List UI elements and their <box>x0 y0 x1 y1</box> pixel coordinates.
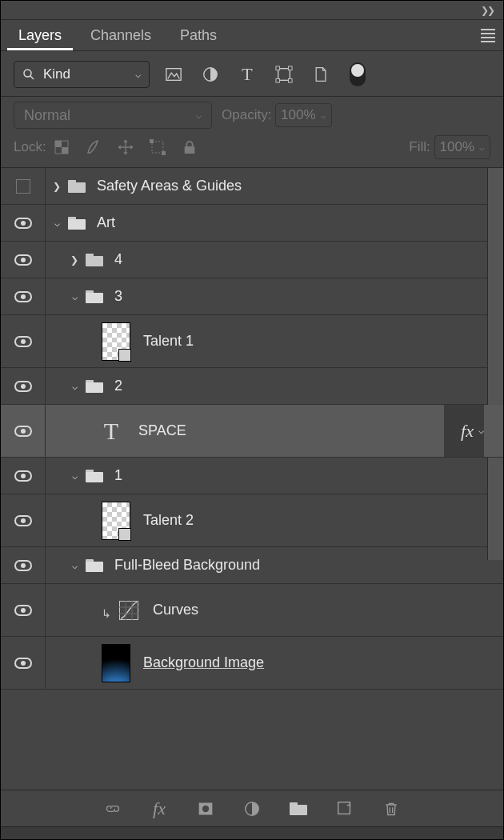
layer-talent-1[interactable]: Talent 1 <box>1 315 503 368</box>
chevron-right-icon[interactable]: ❯ <box>70 254 78 266</box>
visibility-icon[interactable] <box>14 658 32 669</box>
lock-paint-icon[interactable] <box>85 138 102 156</box>
lock-position-icon[interactable] <box>117 138 134 156</box>
tab-paths[interactable]: Paths <box>166 20 231 50</box>
lock-transparency-icon[interactable] <box>53 138 70 156</box>
visibility-icon[interactable] <box>14 218 32 229</box>
chevron-down-icon: ⌵ <box>135 69 141 80</box>
layer-curves[interactable]: ↳ Curves <box>1 584 503 637</box>
visibility-icon[interactable] <box>14 291 32 302</box>
fill-field[interactable]: 100% ⌵ <box>434 135 490 159</box>
clipping-mask-icon: ↳ <box>102 607 111 620</box>
visibility-icon[interactable] <box>14 381 32 392</box>
svg-rect-13 <box>150 139 154 143</box>
layer-talent-2[interactable]: Talent 2 <box>1 494 503 547</box>
resize-handle[interactable] <box>1 826 503 839</box>
folder-open-icon <box>86 380 103 393</box>
filter-shape-icon[interactable] <box>274 65 294 84</box>
layers-bottom-toolbar: fx <box>1 790 503 826</box>
layer-safety-guides[interactable]: ❯ Safety Areas & Guides <box>1 168 503 205</box>
chevron-right-icon[interactable]: ❯ <box>53 181 61 192</box>
folder-open-icon <box>86 470 103 482</box>
layer-label: SPACE <box>138 422 186 439</box>
tab-channels[interactable]: Channels <box>76 20 166 50</box>
folder-open-icon <box>86 290 103 303</box>
svg-rect-15 <box>184 146 194 154</box>
layer-thumbnail[interactable] <box>102 644 130 682</box>
smartobject-badge-icon <box>118 349 131 362</box>
chevron-down-icon: ⌵ <box>196 110 202 121</box>
filter-adjustment-icon[interactable] <box>201 65 220 84</box>
visibility-icon[interactable] <box>14 254 32 266</box>
panel-menu-icon[interactable] <box>473 20 503 50</box>
scrollbar[interactable] <box>487 168 503 560</box>
visibility-icon[interactable] <box>14 560 32 571</box>
filter-pixel-icon[interactable] <box>164 65 183 84</box>
svg-rect-12 <box>152 142 163 153</box>
curves-adjustment-icon <box>119 601 138 620</box>
blend-mode-value: Normal <box>24 107 70 124</box>
fill-label: Fill: <box>409 139 430 155</box>
layer-space-text[interactable]: T SPACE fx ⌵ <box>1 405 503 458</box>
adjustment-layer-icon[interactable] <box>242 799 262 818</box>
filter-smartobject-icon[interactable] <box>311 65 330 84</box>
layer-mask-icon[interactable] <box>196 799 215 818</box>
chevron-down-icon[interactable]: ⌵ <box>72 381 78 392</box>
link-layers-icon[interactable] <box>103 799 122 818</box>
layers-stack: ❯ Safety Areas & Guides ⌵ Art ❯ 4 ⌵ 3 Ta… <box>1 168 503 690</box>
layer-filter-bar: Kind ⌵ T <box>1 51 503 96</box>
layer-group-1[interactable]: ⌵ 1 <box>1 458 503 494</box>
layer-thumbnail[interactable] <box>102 502 130 540</box>
chevron-down-icon: ⌵ <box>321 110 326 121</box>
filter-kind-select[interactable]: Kind ⌵ <box>14 61 150 88</box>
new-layer-icon[interactable] <box>335 799 354 818</box>
fill-value: 100% <box>440 139 474 155</box>
visibility-icon[interactable] <box>14 426 32 437</box>
chevron-down-icon[interactable]: ⌵ <box>54 218 60 229</box>
layer-label: Safety Areas & Guides <box>97 178 242 194</box>
layer-thumbnail[interactable] <box>102 322 130 361</box>
svg-line-1 <box>30 76 34 79</box>
filter-type-icon[interactable]: T <box>238 65 257 84</box>
layer-style-icon[interactable]: fx <box>150 799 169 818</box>
chevron-down-icon[interactable]: ⌵ <box>72 470 78 482</box>
visibility-icon[interactable] <box>14 605 32 616</box>
layer-label: 1 <box>114 467 122 484</box>
layer-effects-badge[interactable]: fx ⌵ <box>461 421 484 442</box>
visibility-icon[interactable] <box>14 470 32 482</box>
fx-label: fx <box>461 421 474 442</box>
chevron-down-icon[interactable]: ⌵ <box>72 291 78 302</box>
visibility-icon[interactable] <box>14 336 32 347</box>
layer-label: Full-Bleed Background <box>114 557 260 574</box>
layer-label: Curves <box>153 602 198 618</box>
layer-label: Talent 1 <box>143 333 194 350</box>
chevron-down-icon[interactable]: ⌵ <box>72 560 78 571</box>
blend-mode-select[interactable]: Normal ⌵ <box>14 102 212 129</box>
layer-label: 4 <box>114 251 122 268</box>
tab-layers[interactable]: Layers <box>4 20 76 50</box>
visibility-icon[interactable] <box>14 515 32 526</box>
layer-group-4[interactable]: ❯ 4 <box>1 242 503 278</box>
chevron-down-icon: ⌵ <box>478 425 484 437</box>
layer-group-2[interactable]: ⌵ 2 <box>1 368 503 405</box>
layer-art-group[interactable]: ⌵ Art <box>1 205 503 242</box>
opacity-field[interactable]: 100% ⌵ <box>275 103 331 127</box>
lock-fill-row: Lock: Fill: 100% ⌵ <box>1 134 503 167</box>
delete-layer-icon[interactable] <box>382 799 401 818</box>
svg-rect-23 <box>338 802 350 814</box>
type-layer-icon: T <box>102 418 121 445</box>
layer-fullbleed-group[interactable]: ⌵ Full-Bleed Background <box>1 547 503 584</box>
layer-group-3[interactable]: ⌵ 3 <box>1 278 503 315</box>
opacity-label: Opacity: <box>222 107 271 123</box>
collapse-panel-icon[interactable]: ❯❯ <box>481 5 494 16</box>
filter-toggle[interactable] <box>348 65 367 84</box>
layer-background-image[interactable]: Background Image <box>1 637 503 690</box>
layer-label: 2 <box>114 378 122 394</box>
lock-artboard-icon[interactable] <box>149 138 166 156</box>
svg-rect-8 <box>289 79 293 83</box>
visibility-off-icon[interactable] <box>16 179 30 194</box>
svg-rect-7 <box>276 79 280 83</box>
new-group-icon[interactable] <box>289 799 308 818</box>
lock-all-icon[interactable] <box>181 138 198 156</box>
smartobject-badge-icon <box>118 528 131 541</box>
